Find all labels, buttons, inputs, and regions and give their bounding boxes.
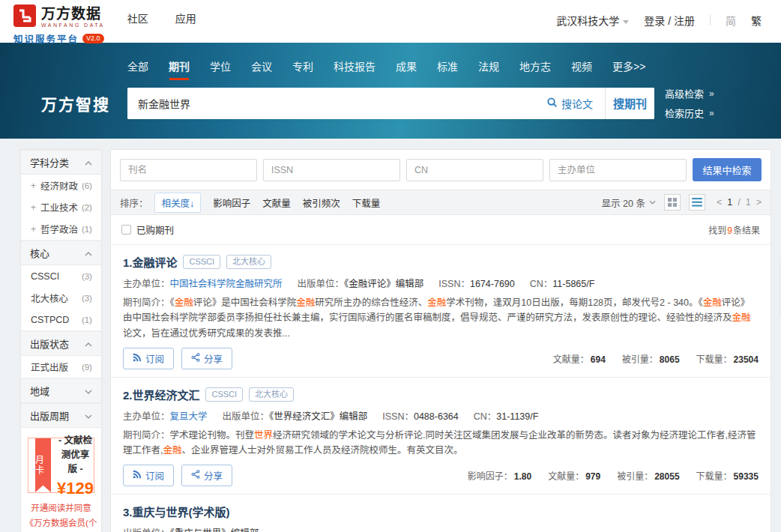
purchased-checkbox[interactable] — [121, 225, 131, 235]
tab-degree[interactable]: 学位 — [210, 58, 231, 80]
content: 学科分类 +经济财政(6) +工业技术(2) +哲学政治(1) 核心 CSSCI… — [0, 139, 781, 532]
subject-item-philosophy[interactable]: +哲学政治(1) — [21, 218, 101, 240]
journal-title-link[interactable]: 1.金融评论 — [123, 254, 178, 270]
tab-local-chronicle[interactable]: 地方志 — [519, 58, 551, 80]
next-page-button[interactable]: > — [756, 197, 762, 208]
journal-title-link[interactable]: 2.世界经济文汇 — [123, 387, 200, 402]
sponsor-link[interactable]: 中国社会科学院金融研究所 — [169, 279, 282, 289]
search-bar: 搜论文 搜期刊 — [127, 88, 654, 119]
tab-standard[interactable]: 标准 — [437, 58, 458, 80]
search-history-link[interactable]: 检索历史» — [665, 106, 714, 120]
search-within-results-button[interactable]: 结果中检索 — [693, 158, 762, 181]
section-region[interactable]: 地域 — [21, 378, 101, 403]
membership-promo-card[interactable]: 月卡 - 文献检测优享版 - ¥129 — [28, 438, 94, 493]
core-item-pku[interactable]: 北大核心(3) — [21, 287, 101, 309]
tab-video[interactable]: 视频 — [571, 58, 592, 80]
chevron-up-icon — [85, 338, 92, 349]
agreement-link[interactable]: 《万方数据会员(个人)服务协议》 — [25, 519, 97, 532]
filter-sidebar: 学科分类 +经济财政(6) +工业技术(2) +哲学政治(1) 核心 CSSCI… — [20, 149, 102, 532]
list-view-button[interactable] — [689, 194, 705, 211]
badge-pku-core: 北大核心 — [249, 387, 294, 402]
promo-price: ¥129 — [57, 479, 94, 498]
tab-tech-report[interactable]: 科技报告 — [334, 58, 376, 80]
tab-regulation[interactable]: 法规 — [478, 58, 499, 80]
journal-intro: 期刊简介：《金融评论》是中国社会科学院金融研究所主办的综合性经济、金融学术刊物，… — [123, 295, 759, 341]
grid-icon — [668, 198, 677, 207]
institution-dropdown[interactable]: 武汉科技大学 — [556, 13, 629, 28]
divider — [710, 15, 711, 25]
sort-doc-count[interactable]: 文献量 — [262, 196, 291, 210]
search-banner: 全部 期刊 学位 会议 专利 科技报告 成果 标准 法规 地方志 视频 更多>>… — [0, 43, 781, 139]
refine-filter-row: 结果中检索 — [111, 150, 771, 190]
sort-downloads[interactable]: 下载量 — [352, 196, 381, 210]
nav-community[interactable]: 社区 — [127, 10, 148, 25]
sort-cited[interactable]: 被引频次 — [303, 196, 340, 210]
current-page: 1 — [727, 197, 732, 208]
top-right: 武汉科技大学 登录 / 注册 简 繁 — [556, 13, 762, 28]
advanced-links: 高级检索» 检索历史» — [665, 86, 714, 120]
sort-label: 排序： — [120, 196, 148, 210]
share-button[interactable]: 分享 — [181, 465, 232, 486]
purchased-label: 已购期刊 — [136, 223, 174, 237]
sort-relevance[interactable]: 相关度↓ — [154, 193, 201, 213]
grid-view-button[interactable] — [664, 194, 681, 211]
lang-traditional[interactable]: 繁 — [751, 13, 762, 28]
core-item-cstpcd[interactable]: CSTPCD(1) — [21, 309, 101, 330]
subject-item-industry[interactable]: +工业技术(2) — [21, 196, 101, 218]
chevron-up-icon — [85, 157, 92, 168]
badge-cssci: CSSCI — [205, 387, 243, 402]
login-register-link[interactable]: 登录 / 注册 — [644, 13, 695, 28]
nav-apps[interactable]: 应用 — [175, 10, 196, 25]
section-pub-cycle[interactable]: 出版周期 — [21, 403, 101, 428]
cn-input[interactable] — [406, 159, 543, 181]
chevron-down-icon — [85, 410, 92, 421]
chevron-down-icon — [623, 20, 629, 24]
issn-input[interactable] — [263, 159, 400, 181]
subscribe-button[interactable]: 订阅 — [123, 348, 174, 369]
sort-impact-factor[interactable]: 影响因子 — [213, 196, 250, 210]
zhisou-brand: 万方智搜 — [41, 92, 127, 115]
journal-stats: 文献量：694 被引量：8065 下载量：23504 — [553, 352, 759, 365]
tab-all[interactable]: 全部 — [127, 58, 148, 80]
tab-conference[interactable]: 会议 — [251, 58, 272, 80]
plus-icon: + — [31, 224, 36, 235]
section-core[interactable]: 核心 — [21, 241, 101, 265]
tab-more[interactable]: 更多>> — [612, 58, 645, 80]
sponsor-input[interactable] — [549, 159, 687, 181]
version-badge: V2.0 — [82, 34, 104, 43]
tab-achievement[interactable]: 成果 — [396, 58, 417, 80]
share-button[interactable]: 分享 — [181, 348, 232, 369]
journal-title-link[interactable]: 3.重庆与世界(学术版) — [123, 504, 230, 519]
share-icon — [191, 470, 200, 481]
prev-page-button[interactable]: < — [717, 197, 722, 208]
logo[interactable]: 万方数据 WANFANG DATA 知识服务平台 V2.0 — [13, 4, 105, 46]
journal-intro: 期刊简介：学术理论刊物。刊登世界经济研究领域的学术论文与分析评论.同时关注区域集… — [123, 428, 759, 459]
journal-name-input[interactable] — [120, 159, 257, 181]
section-subject[interactable]: 学科分类 — [21, 150, 101, 175]
tab-journal[interactable]: 期刊 — [169, 58, 190, 80]
badge-cssci: CSSCI — [183, 255, 220, 269]
subject-item-economy[interactable]: +经济财政(6) — [21, 175, 101, 196]
pagination: < 1 / 1 > — [717, 197, 762, 208]
tab-patent[interactable]: 专利 — [292, 58, 313, 80]
sort-desc-arrow: ↓ — [190, 199, 194, 209]
search-journals-button[interactable]: 搜期刊 — [605, 88, 654, 119]
page-size-select[interactable]: 显示 20 条 — [602, 196, 656, 210]
result-item: 2.世界经济文汇 CSSCI 北大核心 主办单位：复旦大学 出版单位：《世界经济… — [111, 378, 771, 495]
sort-bar: 排序： 相关度↓ 影响因子 文献量 被引频次 下载量 显示 20 条 < 1 /… — [111, 190, 771, 215]
search-papers-button[interactable]: 搜论文 — [534, 88, 605, 119]
search-input[interactable] — [127, 88, 534, 119]
chevron-down-icon — [85, 385, 92, 396]
promo-title: - 文献检测优享版 - — [57, 432, 94, 475]
subscribe-button[interactable]: 订阅 — [123, 465, 174, 486]
sponsor-link[interactable]: 复旦大学 — [169, 411, 207, 422]
core-item-cssci[interactable]: CSSCI(3) — [21, 265, 101, 287]
section-pub-status[interactable]: 出版状态 — [21, 331, 101, 356]
rss-icon — [133, 353, 142, 364]
journal-stats: 影响因子：1.80 文献量：979 被引量：28055 下载量：59335 — [468, 469, 759, 482]
purchased-filter-row: 已购期刊 找到9条结果 — [111, 215, 771, 245]
status-item-published[interactable]: 正式出版(9) — [21, 356, 101, 378]
lang-simplified[interactable]: 简 — [726, 13, 736, 28]
plus-icon: + — [31, 202, 36, 213]
advanced-search-link[interactable]: 高级检索» — [665, 86, 714, 100]
